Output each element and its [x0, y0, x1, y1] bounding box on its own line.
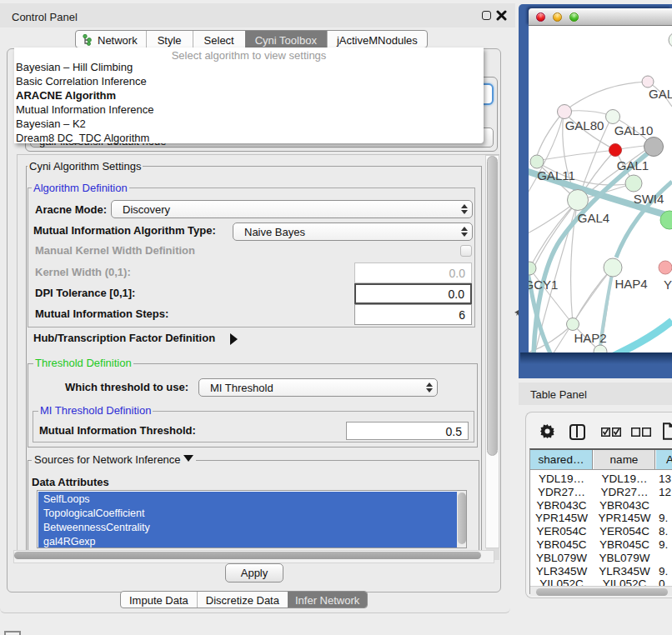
svg-text:GAL10: GAL10 [614, 123, 654, 138]
svg-text:YJ: YJ [664, 278, 672, 292]
svg-text:GAL1: GAL1 [617, 158, 649, 172]
svg-text:GAL4: GAL4 [578, 211, 609, 225]
svg-text:GCY1: GCY1 [529, 278, 558, 292]
svg-text:HAP2: HAP2 [574, 331, 606, 345]
svg-text:GAL11: GAL11 [537, 168, 575, 182]
svg-text:SWI4: SWI4 [634, 192, 664, 206]
svg-text:GAL2: GAL2 [649, 87, 672, 101]
svg-text:HAP4: HAP4 [614, 277, 647, 291]
svg-text:GAL80: GAL80 [565, 118, 604, 132]
